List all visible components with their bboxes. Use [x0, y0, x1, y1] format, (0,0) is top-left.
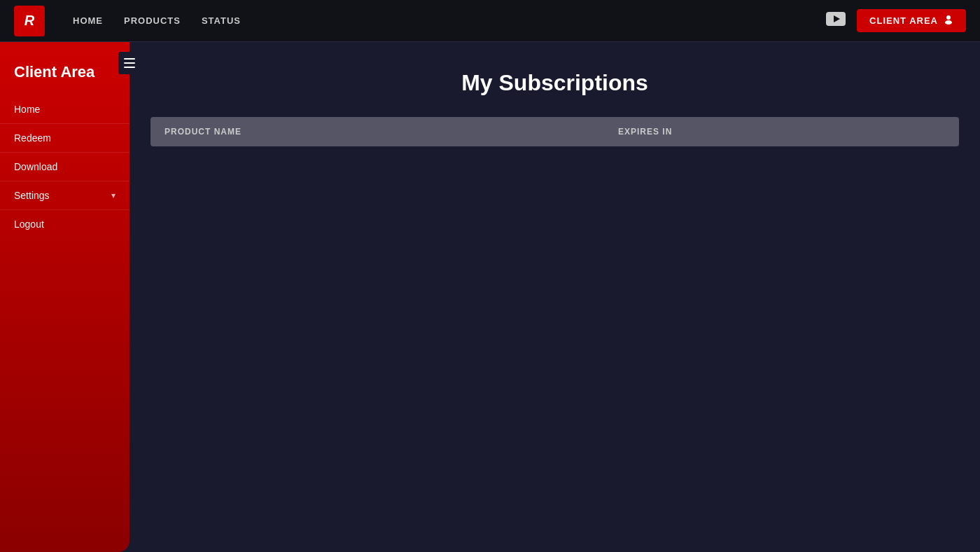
page-layout: Client Area HomeRedeemDownloadSettings▾L…: [0, 42, 980, 552]
sidebar-item-home[interactable]: Home: [0, 95, 130, 124]
sidebar-item-label: Logout: [14, 219, 44, 230]
sidebar-item-label: Settings: [14, 190, 50, 201]
sidebar-item-settings[interactable]: Settings▾: [0, 181, 130, 210]
chevron-down-icon: ▾: [111, 191, 115, 200]
sidebar-item-redeem[interactable]: Redeem: [0, 124, 130, 153]
navbar-link-products[interactable]: PRODUCTS: [124, 15, 181, 26]
navbar-link-status[interactable]: STATUS: [202, 15, 241, 26]
navbar: R HOMEPRODUCTSSTATUS CLIENT AREA: [0, 0, 980, 42]
navbar-right: CLIENT AREA: [826, 9, 966, 32]
svg-point-2: [946, 15, 951, 20]
sidebar-nav: HomeRedeemDownloadSettings▾Logout: [0, 95, 130, 238]
sidebar-toggle[interactable]: [118, 52, 141, 74]
subscriptions-table: PRODUCT NAMEEXPIRES IN: [150, 117, 959, 146]
sidebar-item-label: Home: [14, 104, 40, 115]
col-header-product_name: PRODUCT NAME: [150, 117, 604, 146]
logo-box: R: [14, 6, 45, 36]
sidebar-item-label: Redeem: [14, 132, 51, 144]
col-header-expires_in: EXPIRES IN: [604, 117, 959, 146]
page-title: My Subscriptions: [150, 70, 959, 96]
client-area-button[interactable]: CLIENT AREA: [857, 9, 966, 32]
main-content: My Subscriptions PRODUCT NAMEEXPIRES IN: [130, 42, 980, 552]
sidebar-item-download[interactable]: Download: [0, 153, 130, 181]
sidebar: Client Area HomeRedeemDownloadSettings▾L…: [0, 42, 130, 552]
sidebar-title: Client Area: [0, 56, 130, 95]
navbar-link-home[interactable]: HOME: [73, 15, 103, 26]
sidebar-item-logout[interactable]: Logout: [0, 210, 130, 238]
navbar-links: HOMEPRODUCTSSTATUS: [73, 15, 826, 26]
youtube-icon[interactable]: [826, 12, 846, 30]
sidebar-item-label: Download: [14, 161, 57, 172]
user-icon: [944, 15, 953, 27]
client-area-label: CLIENT AREA: [869, 15, 938, 26]
logo[interactable]: R: [14, 6, 45, 36]
svg-point-3: [945, 20, 952, 25]
hamburger-icon: [124, 58, 135, 68]
logo-letter: R: [24, 13, 34, 29]
table-header-row: PRODUCT NAMEEXPIRES IN: [150, 117, 959, 146]
